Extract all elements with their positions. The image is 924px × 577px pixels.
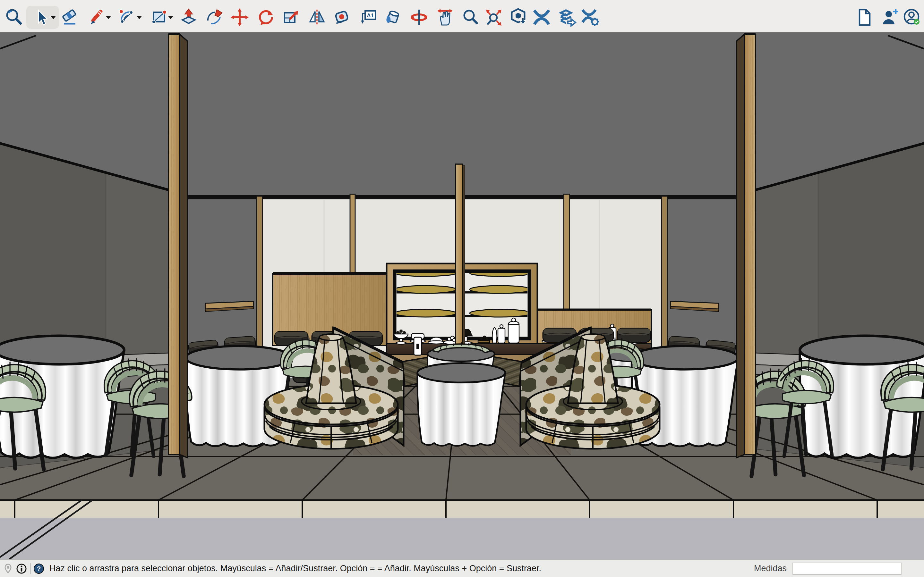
new-document-icon: [854, 7, 874, 27]
tape-measure-tool-button[interactable]: [333, 7, 353, 27]
add-person-icon: [880, 7, 900, 27]
scale-tool-button[interactable]: [281, 7, 301, 27]
status-hint: Haz clic o arrastra para seleccionar obj…: [49, 564, 541, 574]
new-document-button[interactable]: [854, 7, 874, 27]
styles-settings-button[interactable]: [580, 7, 601, 27]
measurements-label: Medidas: [754, 564, 787, 574]
flip-icon: [307, 7, 327, 27]
rectangle-dropdown-caret[interactable]: [168, 16, 173, 19]
status-bar: ? Haz clic o arrastra para seleccionar o…: [0, 559, 924, 577]
layers-export-icon: [557, 7, 577, 27]
toolbar: A1: [0, 0, 924, 32]
select-tool-button[interactable]: [31, 7, 51, 27]
svg-text:?: ?: [37, 565, 41, 572]
pan-icon: [435, 7, 455, 27]
arcs-icon: [116, 7, 137, 27]
trimble-x-button[interactable]: [531, 7, 552, 27]
zoom-extents-icon: [483, 7, 504, 27]
select-dropdown-caret[interactable]: [51, 16, 56, 19]
sanitizer-dispenser: [414, 337, 422, 355]
wall-mullion: [564, 194, 569, 310]
rotate-tool-button[interactable]: [256, 7, 276, 27]
paint-bucket-tool-button[interactable]: [383, 7, 403, 27]
status-divider: [30, 563, 31, 574]
svg-text:A1: A1: [367, 13, 374, 19]
add-person-button[interactable]: [880, 7, 900, 27]
rotate-icon: [256, 7, 276, 27]
follow-me-icon: [204, 7, 225, 27]
push-pull-tool-button[interactable]: [178, 7, 199, 27]
help-icon[interactable]: ?: [33, 563, 44, 574]
brass-plate: [395, 309, 456, 317]
viewport-canvas[interactable]: [0, 32, 924, 559]
move-tool-button[interactable]: [229, 7, 250, 27]
move-icon: [229, 7, 250, 27]
pencil-icon: [86, 7, 107, 27]
freehand-tool-button[interactable]: [86, 7, 107, 27]
warehouse-download-button[interactable]: [508, 7, 528, 27]
search-tool-button[interactable]: [4, 7, 24, 27]
front-apron: [0, 518, 924, 559]
orbit-icon: [409, 7, 429, 27]
brass-plate: [395, 285, 456, 293]
wall-mullion: [350, 194, 355, 274]
rectangle-icon: [149, 7, 170, 27]
scale-icon: [281, 7, 301, 27]
measurements-input[interactable]: [792, 562, 901, 575]
zoom-extents-button[interactable]: [483, 7, 504, 27]
dining-table: [417, 363, 505, 446]
text-icon: A1: [358, 7, 379, 27]
paint-bucket-icon: [383, 7, 403, 27]
push-pull-icon: [178, 7, 199, 27]
brass-plate: [470, 309, 531, 317]
orbit-tool-button[interactable]: [409, 7, 429, 27]
geolocation-pin-icon[interactable]: [3, 563, 13, 574]
follow-me-tool-button[interactable]: [204, 7, 225, 27]
trimble-x-icon: [531, 7, 552, 27]
arcs-dropdown-caret[interactable]: [137, 16, 142, 19]
zoom-tool-button[interactable]: [460, 7, 481, 27]
arcs-tool-button[interactable]: [116, 7, 137, 27]
platform-kerb: [0, 500, 924, 518]
styles-settings-icon: [580, 7, 601, 27]
tape-measure-icon: [333, 7, 353, 27]
eraser-icon: [59, 7, 80, 27]
text-tool-button[interactable]: A1: [358, 7, 379, 27]
eraser-tool-button[interactable]: [59, 7, 80, 27]
search-icon: [4, 7, 24, 27]
freehand-dropdown-caret[interactable]: [106, 16, 111, 19]
account-button[interactable]: [902, 7, 922, 27]
warehouse-download-icon: [508, 7, 528, 27]
rectangle-tool-button[interactable]: [149, 7, 170, 27]
brass-plate: [470, 285, 531, 293]
account-icon: [902, 7, 922, 27]
zoom-icon: [460, 7, 481, 27]
flip-tool-button[interactable]: [307, 7, 327, 27]
pan-tool-button[interactable]: [435, 7, 455, 27]
right-pillar: [736, 34, 756, 458]
layers-export-button[interactable]: [557, 7, 577, 27]
select-arrow-icon: [31, 7, 51, 27]
info-icon[interactable]: [16, 563, 27, 574]
left-pillar: [168, 34, 188, 458]
